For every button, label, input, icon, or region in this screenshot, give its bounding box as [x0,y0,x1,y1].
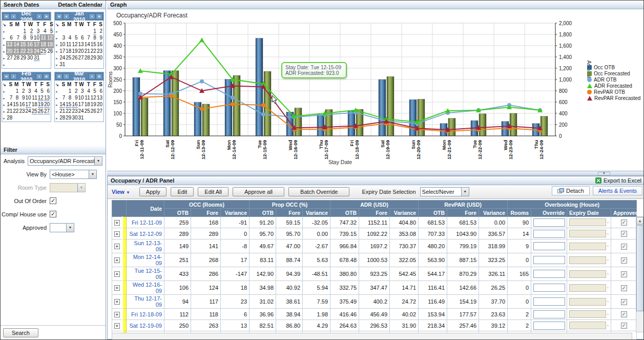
select-week-icon[interactable]: ↘ [55,23,59,27]
out-of-order-checkbox[interactable]: ✓ [50,197,56,204]
chart-area[interactable]: Occupancy/ADR Forecast050100150200250300… [107,9,644,171]
calendar-day[interactable]: 6 [78,34,85,41]
calendar-day[interactable]: 13 [78,41,85,48]
approved-checkbox[interactable]: ✓ [621,299,627,305]
approved-checkbox[interactable]: ✓ [621,257,627,264]
calendar-day[interactable]: 18 [32,101,38,108]
calendar-day[interactable]: 24 [26,108,32,114]
expand-row-button[interactable]: + [114,299,120,305]
calendar-day[interactable]: 30 [72,114,78,121]
week-arrow-icon[interactable]: ► [3,97,6,100]
approved-checkbox[interactable]: ✓ [621,323,627,329]
calendar-day[interactable]: 20 [7,48,13,54]
calendar-day[interactable]: 14 [13,41,20,48]
view-menu-button[interactable]: View ▼ [112,189,130,195]
marker-revpar-otb[interactable] [231,102,235,106]
expiry-date-input[interactable] [569,230,606,237]
expand-row-button[interactable]: + [114,231,120,237]
analysis-select[interactable]: Occupancy/ADR Forecast ▼ [28,156,102,166]
expiry-date-input[interactable] [569,256,606,264]
calendar-day[interactable]: 9 [72,94,78,101]
calendar-day[interactable]: 7 [85,34,91,41]
select-week-icon[interactable]: ↘ [3,83,6,87]
prev-year-icon[interactable]: « [56,73,63,79]
calendar-day[interactable]: 19 [38,101,44,108]
calendar-day[interactable]: 10 [59,41,66,48]
approved-checkbox[interactable]: ✓ [621,219,627,226]
approve-all-button[interactable]: Approve all [233,187,284,196]
bar-occ-forecasted[interactable] [141,98,148,136]
calendar-day[interactable]: 29 [91,54,97,61]
week-arrow-icon[interactable]: ► [55,90,58,93]
next-year-icon[interactable]: » [43,13,50,19]
calendar-day[interactable]: 1 [91,28,97,34]
expiry-date-input[interactable] [569,322,606,329]
calendar-day[interactable]: 2 [27,28,33,34]
calendar-day[interactable]: 7 [7,94,13,101]
occupancy-adr-chart[interactable]: Occupancy/ADR Forecast050100150200250300… [107,9,643,171]
calendar-day[interactable]: 20 [78,48,85,54]
collapse-splitter-button[interactable]: ▼ [598,172,610,175]
calendar-day[interactable]: 16 [27,41,33,48]
calendar-day[interactable]: 21 [85,48,91,54]
calendar-day[interactable]: 5 [91,88,97,94]
calendar-day[interactable]: 8 [20,34,27,41]
expiry-calendar-icon[interactable] [607,256,609,264]
bar-occ-otb[interactable] [348,111,355,136]
bar-occ-forecasted[interactable] [479,114,486,136]
marker-adr-otb[interactable] [200,79,204,84]
expiry-calendar-icon[interactable] [607,298,609,305]
calendar-day[interactable]: 11 [66,41,72,48]
calendar-day[interactable]: 28 [59,114,66,121]
calendar-day[interactable]: 31 [78,114,85,121]
calendar-day[interactable]: 22 [91,48,97,54]
calendar-day[interactable]: 22 [66,108,72,114]
prev-month-icon[interactable]: ‹ [63,13,70,19]
calendar-day[interactable]: 15 [20,41,27,48]
week-arrow-icon[interactable]: ► [55,57,58,60]
calendar-day[interactable]: 4 [85,88,91,94]
calendar-day[interactable]: 5 [47,28,53,34]
week-arrow-icon[interactable]: ► [3,64,6,67]
calendar-day[interactable]: 31 [33,54,40,61]
calendar-day[interactable]: 28 [7,114,13,121]
calendar-day[interactable]: 31 [59,61,66,68]
scrollbar-thumb[interactable] [636,225,643,311]
calendar-day[interactable]: 24 [33,48,40,54]
bar-occ-otb[interactable] [133,77,140,136]
scroll-up-arrow[interactable]: ▲ [636,217,643,225]
marker-revpar-otb[interactable] [200,107,204,111]
calendar-day[interactable]: 26 [72,54,78,61]
calendar-day[interactable]: 22 [20,48,27,54]
prev-year-icon[interactable]: « [3,13,10,19]
expand-row-button[interactable]: + [114,323,120,329]
vertical-scrollbar[interactable]: ▲ [636,216,644,332]
calendar-day[interactable]: 17 [78,101,85,108]
comp-house-checkbox[interactable]: ✓ [50,211,56,217]
calendar-day[interactable]: 6 [44,88,50,94]
calendar-day[interactable]: 20 [44,101,50,108]
calendar-day[interactable]: 3 [33,28,40,34]
week-arrow-icon[interactable]: ► [3,30,6,33]
calendar-day[interactable]: 12 [47,34,53,41]
prev-year-icon[interactable]: « [56,13,63,19]
override-input[interactable] [533,270,565,278]
next-year-icon[interactable]: » [43,73,50,79]
select-week-icon[interactable]: ↘ [55,83,59,87]
calendar-day[interactable]: 9 [27,34,33,41]
prev-month-icon[interactable]: ‹ [10,13,17,19]
select-week-icon[interactable]: ↘ [3,23,6,27]
next-month-icon[interactable]: › [89,73,95,79]
viewby-select[interactable]: <House> ▼ [50,170,97,179]
calendar-day[interactable]: 2 [19,88,25,94]
calendar-day[interactable]: 25 [40,48,47,54]
calendar-day[interactable]: 18 [40,41,47,48]
expiry-calendar-icon[interactable] [607,219,609,226]
week-arrow-icon[interactable]: ► [55,50,58,53]
calendar-day[interactable]: 21 [59,108,66,114]
calendar-day[interactable]: 25 [85,108,91,114]
week-arrow-icon[interactable]: ► [55,110,58,113]
horizontal-splitter[interactable]: ▼ [107,171,644,176]
week-arrow-icon[interactable]: ► [55,97,58,100]
calendar-day[interactable]: 3 [59,34,66,41]
